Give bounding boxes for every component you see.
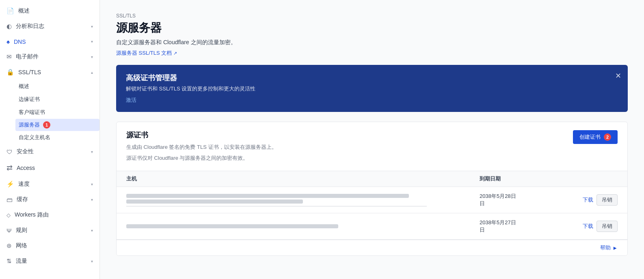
doc-link-text: 源服务器 SSL/TLS 文档: [116, 49, 172, 57]
breadcrumb: SSL/TLS: [116, 13, 628, 19]
banner-description: 解锁对证书和 SSL/TLS 设置的更多控制和更大的灵活性: [126, 85, 618, 92]
origin-cert-card: 源证书 生成由 Cloudflare 签名的免费 TLS 证书，以安装在源服务器…: [116, 122, 628, 256]
sidebar-item-analytics[interactable]: ◐ 分析和日志 ▾: [0, 19, 99, 34]
sidebar-item-label: 电子邮件: [16, 53, 87, 60]
table-header: 主机 到期日期: [117, 171, 627, 187]
rules-icon: Ψ: [6, 227, 12, 234]
sidebar-item-access[interactable]: ⇄ Access: [0, 159, 99, 176]
download-link-1[interactable]: 下载: [583, 196, 593, 204]
sidebar-item-ssl-edge-cert[interactable]: 边缘证书: [19, 93, 99, 106]
doc-icon: 📄: [6, 7, 14, 15]
sidebar-item-ssl-custom-hostname[interactable]: 自定义主机名: [19, 131, 99, 144]
sidebar-item-ssl-overview[interactable]: 概述: [19, 80, 99, 93]
card-header: 源证书 生成由 Cloudflare 签名的免费 TLS 证书，以安装在源服务器…: [117, 122, 627, 171]
network-icon: ⊛: [6, 242, 12, 249]
sidebar-item-security[interactable]: 🛡 安全性 ▾: [0, 144, 99, 159]
ssl-custom-hostname-label: 自定义主机名: [19, 134, 50, 141]
chevron-down-icon: ▾: [91, 259, 93, 264]
sidebar-item-ssl[interactable]: 🔒 SSL/TLS ▴: [0, 64, 99, 80]
sidebar-item-workers[interactable]: ◇ Workers 路由: [0, 207, 99, 223]
sidebar-item-dns[interactable]: ♠ DNS ▾: [0, 34, 99, 49]
sidebar-item-label: DNS: [14, 39, 87, 45]
col-host: 主机: [126, 175, 480, 182]
sidebar-item-label: 网络: [16, 242, 93, 249]
sidebar-item-label: 安全性: [17, 148, 87, 155]
chevron-down-icon: ▾: [91, 55, 93, 59]
sidebar-item-label: 流量: [16, 258, 87, 265]
sidebar-item-label: Access: [17, 165, 93, 171]
host-cell-1: [126, 193, 480, 206]
sidebar-item-traffic[interactable]: ⇅ 流量 ▾: [0, 253, 99, 269]
sidebar: 📄 概述 ◐ 分析和日志 ▾ ♠ DNS ▾ ✉ 电子邮件 ▾ 🔒 SSL/TL…: [0, 0, 100, 279]
cache-icon: 🗃: [6, 196, 13, 203]
expiry-cell-2: 2038年5月27日 日: [480, 219, 569, 234]
table-row: 2038年5月28日 日 下载 吊销: [117, 187, 627, 213]
page-description: 自定义源服务器和 Cloudflare 之间的流量加密。: [116, 39, 628, 46]
ssl-client-cert-label: 客户端证书: [19, 109, 45, 116]
row-actions-2: 下载 吊销: [569, 221, 618, 232]
sidebar-item-network[interactable]: ⊛ 网络: [0, 238, 99, 253]
speed-icon: ⚡: [6, 180, 14, 188]
ssl-origin-server-label: 源服务器: [19, 121, 40, 129]
external-link-icon: ↗: [173, 51, 177, 56]
banner-close-button[interactable]: ✕: [615, 71, 621, 80]
sidebar-item-email[interactable]: ✉ 电子邮件 ▾: [0, 49, 99, 64]
sidebar-item-cache[interactable]: 🗃 缓存 ▾: [0, 192, 99, 207]
card-title: 源证书: [126, 130, 277, 140]
analytics-icon: ◐: [6, 23, 12, 30]
revoke-button-2[interactable]: 吊销: [596, 221, 618, 232]
host-cell-2: [126, 223, 480, 229]
page-title: 源服务器: [116, 20, 628, 36]
sidebar-item-label: 缓存: [17, 196, 87, 203]
dns-icon: ♠: [6, 38, 10, 45]
chevron-down-icon: ▾: [91, 39, 93, 44]
sidebar-item-ssl-client-cert[interactable]: 客户端证书: [19, 106, 99, 119]
sidebar-item-overview[interactable]: 📄 概述: [0, 3, 99, 19]
promo-banner: 高级证书管理器 解锁对证书和 SSL/TLS 设置的更多控制和更大的灵活性 激活…: [116, 65, 628, 112]
email-icon: ✉: [6, 53, 12, 60]
sidebar-item-label: SSL/TLS: [18, 69, 87, 75]
sidebar-item-label: 概述: [18, 7, 93, 15]
create-certificate-button[interactable]: 创建证书 2: [573, 130, 618, 144]
col-actions: [569, 175, 618, 182]
revoke-button-1[interactable]: 吊销: [596, 194, 618, 206]
card-footer: 帮助 ►: [117, 240, 627, 255]
chevron-down-icon: ▾: [91, 24, 93, 29]
sidebar-item-ssl-origin-server[interactable]: 源服务器 1: [15, 119, 99, 131]
access-icon: ⇄: [6, 163, 13, 172]
row-actions-1: 下载 吊销: [569, 194, 618, 206]
workers-icon: ◇: [6, 212, 11, 218]
create-button-badge: 2: [604, 133, 611, 141]
help-arrow-icon: ►: [612, 245, 618, 251]
security-icon: 🛡: [6, 148, 13, 155]
card-description-line1: 生成由 Cloudflare 签名的免费 TLS 证书，以安装在源服务器上。: [126, 143, 277, 152]
chevron-down-icon: ▾: [91, 197, 93, 202]
download-link-2[interactable]: 下载: [583, 223, 593, 230]
sidebar-item-label: 速度: [18, 180, 87, 188]
main-content: SSL/TLS 源服务器 自定义源服务器和 Cloudflare 之间的流量加密…: [100, 0, 644, 279]
card-header-text: 源证书 生成由 Cloudflare 签名的免费 TLS 证书，以安装在源服务器…: [126, 130, 277, 163]
chevron-down-icon: ▾: [91, 228, 93, 233]
banner-title: 高级证书管理器: [126, 73, 618, 83]
sidebar-item-rules[interactable]: Ψ 规则 ▾: [0, 223, 99, 238]
create-button-label: 创建证书: [579, 133, 601, 141]
sidebar-item-speed[interactable]: ⚡ 速度 ▾: [0, 176, 99, 192]
origin-server-badge: 1: [43, 121, 50, 129]
chevron-up-icon: ▴: [91, 70, 93, 75]
help-link[interactable]: 帮助 ►: [600, 244, 618, 251]
traffic-icon: ⇅: [6, 258, 12, 265]
chevron-down-icon: ▾: [91, 182, 93, 187]
doc-link[interactable]: 源服务器 SSL/TLS 文档 ↗: [116, 49, 177, 57]
ssl-overview-label: 概述: [19, 83, 29, 90]
ssl-icon: 🔒: [6, 69, 14, 76]
help-label: 帮助: [600, 244, 611, 251]
sidebar-item-label: 规则: [16, 227, 87, 234]
expiry-cell-1: 2038年5月28日 日: [480, 193, 569, 207]
ssl-submenu: 概述 边缘证书 客户端证书 源服务器 1 自定义主机名: [0, 80, 99, 144]
banner-activate-link[interactable]: 激活: [126, 97, 136, 103]
sidebar-item-label: Workers 路由: [15, 211, 93, 219]
ssl-edge-cert-label: 边缘证书: [19, 96, 40, 103]
sidebar-item-label: 分析和日志: [16, 23, 87, 30]
col-expiry: 到期日期: [480, 175, 569, 182]
table-row: 2038年5月27日 日 下载 吊销: [117, 213, 627, 240]
